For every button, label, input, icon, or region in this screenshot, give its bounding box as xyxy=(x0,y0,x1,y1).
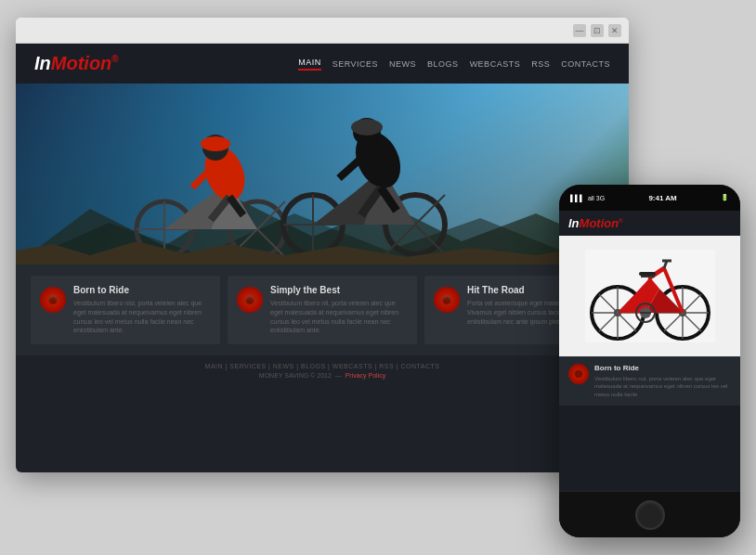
phone-card-body: Vestibulum libero nul, porta veleien ale… xyxy=(594,375,731,398)
terrain xyxy=(16,237,629,265)
nav-contacts[interactable]: CONTACTS xyxy=(561,59,610,69)
close-button[interactable]: ✕ xyxy=(608,24,621,37)
battery-icon: 🔋 xyxy=(721,194,729,201)
scene: — ⊡ ✕ InMotion® MAIN SERVICES NEWS BLOGS… xyxy=(16,18,740,537)
phone-card: Born to Ride Vestibulum libero nul, port… xyxy=(559,356,740,406)
card-icon-1 xyxy=(40,287,66,313)
signal-bars: ▌▌▌ xyxy=(570,195,584,201)
logo-motion: Motion xyxy=(51,53,112,73)
nav-main[interactable]: MAIN xyxy=(298,58,321,71)
site-nav: MAIN SERVICES NEWS BLOGS WEBCASTS RSS CO… xyxy=(298,58,610,71)
nav-news[interactable]: NEWS xyxy=(389,59,416,69)
card-icon-3 xyxy=(434,287,460,313)
phone-card-icon xyxy=(568,364,589,384)
home-button[interactable] xyxy=(635,500,665,530)
phone-status-left: ▌▌▌ all 3G xyxy=(570,195,605,201)
browser-window: — ⊡ ✕ InMotion® MAIN SERVICES NEWS BLOGS… xyxy=(16,18,629,472)
nav-webcasts[interactable]: WEBCASTS xyxy=(470,59,521,69)
nav-rss[interactable]: RSS xyxy=(531,59,550,69)
phone-battery: 🔋 xyxy=(721,194,729,201)
phone-site-header: InMotion® xyxy=(559,211,740,236)
nav-blogs[interactable]: BLOGS xyxy=(427,59,459,69)
browser-chrome: — ⊡ ✕ xyxy=(16,18,629,44)
phone-card-title: Born to Ride xyxy=(594,364,731,372)
phone-card-text: Born to Ride Vestibulum libero nul, port… xyxy=(594,364,731,398)
card-title-1: Born to Ride xyxy=(73,285,211,295)
phone-time: 9:41 AM xyxy=(648,194,676,202)
card-born-to-ride: Born to Ride Vestibulum libero nisl, por… xyxy=(31,276,220,344)
browser-content: InMotion® MAIN SERVICES NEWS BLOGS WEBCA… xyxy=(16,44,629,472)
site-logo: InMotion® xyxy=(34,53,119,74)
footer-copy: MONEY SAVING © 2012 — Privacy Policy xyxy=(31,372,614,379)
card-simply-best: Simply the Best Vestibulum libero nil, p… xyxy=(228,276,417,344)
site-header: InMotion® MAIN SERVICES NEWS BLOGS WEBCA… xyxy=(16,44,629,84)
cards-section: Born to Ride Vestibulum libero nisl, por… xyxy=(16,265,629,355)
maximize-button[interactable]: ⊡ xyxy=(591,24,604,37)
phone-screen: InMotion® xyxy=(559,211,740,491)
card-text-1: Born to Ride Vestibulum libero nisl, por… xyxy=(73,285,211,335)
svg-marker-30 xyxy=(16,241,629,265)
footer-nav: MAIN | SERVICES | NEWS | BLOGS | WEBCAST… xyxy=(31,363,614,369)
footer-privacy-link[interactable]: Privacy Policy xyxy=(345,372,386,379)
phone-top-bar: ▌▌▌ all 3G 9:41 AM 🔋 xyxy=(559,185,740,211)
card-icon-2 xyxy=(237,287,263,313)
card-text-2: Simply the Best Vestibulum libero nil, p… xyxy=(270,285,408,335)
phone-site-logo: InMotion® xyxy=(568,216,623,230)
svg-point-12 xyxy=(201,136,230,151)
svg-point-26 xyxy=(351,119,383,136)
svg-rect-50 xyxy=(639,272,656,276)
phone-logo-sup: ® xyxy=(619,218,622,224)
footer-copy-text: MONEY SAVING © 2012 xyxy=(259,372,332,379)
phone-logo-motion: Motion xyxy=(580,216,619,230)
network-type: all 3G xyxy=(588,195,605,201)
phone-hero xyxy=(559,236,740,356)
hero-image xyxy=(16,84,629,265)
site-footer: MAIN | SERVICES | NEWS | BLOGS | WEBCAST… xyxy=(16,355,629,386)
card-title-2: Simply the Best xyxy=(270,285,408,295)
bike-image xyxy=(585,250,715,342)
nav-services[interactable]: SERVICES xyxy=(332,59,378,69)
logo-in: In xyxy=(34,53,51,73)
mobile-phone: ▌▌▌ all 3G 9:41 AM 🔋 InMotion® xyxy=(559,185,740,537)
minimize-button[interactable]: — xyxy=(573,24,586,37)
phone-bottom-bar xyxy=(559,491,740,537)
card-body-1: Vestibulum libero nisl, porta veleien al… xyxy=(73,299,211,335)
phone-logo-in: In xyxy=(568,216,580,230)
logo-sup: ® xyxy=(111,54,118,64)
card-body-2: Vestibulum libero nil, porta veleien ale… xyxy=(270,299,408,335)
